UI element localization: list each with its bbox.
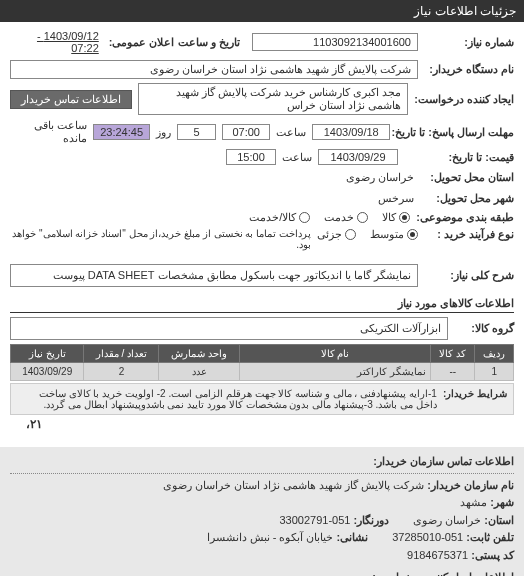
cell-unit: عدد bbox=[159, 363, 240, 381]
contact-postal-label: کد پستی: bbox=[471, 549, 514, 561]
until-label: قیمت: تا تاریخ: bbox=[404, 151, 514, 164]
radio-goods-circle bbox=[399, 212, 410, 223]
process-label: نوع فرآیند خرید : bbox=[424, 228, 514, 241]
contact-org: شرکت پالایش گاز شهید هاشمی نژاد استان خر… bbox=[163, 479, 424, 491]
page-number-value: ،۲۱ bbox=[16, 417, 52, 431]
radio-service[interactable]: خدمت bbox=[324, 211, 368, 224]
cell-qty: 2 bbox=[84, 363, 159, 381]
contact-province-label: استان: bbox=[484, 514, 514, 526]
radio-partial-label: جزئی bbox=[317, 228, 342, 241]
th-code: کد کالا bbox=[431, 345, 475, 363]
contact-postal-row: کد پستی: 9184675371 bbox=[10, 547, 514, 565]
contact-phone-address-row: تلفن ثابت: 051-37285010 نشانی: خیابان آب… bbox=[10, 529, 514, 547]
cell-date: 1403/09/29 bbox=[11, 363, 84, 381]
conditions-text: 1-ارایه پیشنهادفنی ، مالی و شناسه کالا ج… bbox=[17, 388, 437, 410]
contact-address-label: نشانی: bbox=[337, 531, 369, 543]
until-date: 1403/09/29 bbox=[318, 149, 398, 165]
row-group: گروه کالا: ابزارآلات الکتریکی bbox=[10, 317, 514, 340]
goods-table: ردیف کد کالا نام کالا واحد شمارش تعداد /… bbox=[10, 344, 514, 381]
keyword-label: شرح کلی نیاز: bbox=[424, 269, 514, 282]
remaining-label: ساعت باقی مانده bbox=[10, 119, 87, 145]
row-until: قیمت: تا تاریخ: 1403/09/29 ساعت 15:00 bbox=[10, 149, 514, 165]
buyer-org-value: شرکت پالایش گاز شهید هاشمی نژاد استان خر… bbox=[10, 60, 418, 79]
radio-partial-circle bbox=[345, 229, 356, 240]
contact-section-title: اطلاعات تماس سازمان خریدار: bbox=[10, 453, 514, 474]
announce-label: تاریخ و ساعت اعلان عمومی: bbox=[109, 36, 240, 49]
conditions-row: شرایط خریدار: 1-ارایه پیشنهادفنی ، مالی … bbox=[10, 383, 514, 415]
day-word: روز bbox=[156, 126, 171, 139]
process-note: پرداخت تماما به نخستی از مبلغ خرید،از مح… bbox=[10, 228, 311, 250]
process-radio-group: متوسط جزئی bbox=[317, 228, 418, 241]
page-title: جزئیات اطلاعات نیاز bbox=[414, 4, 516, 18]
contact-phone: 051-37285010 bbox=[392, 531, 463, 543]
page-header: جزئیات اطلاعات نیاز bbox=[0, 0, 524, 22]
contact-postal: 9184675371 bbox=[407, 549, 468, 561]
buyer-org-label: نام دستگاه خریدار: bbox=[424, 63, 514, 76]
time-label-1: ساعت bbox=[276, 126, 306, 139]
radio-both-label: کالا/خدمت bbox=[249, 211, 296, 224]
contact-province: خراسان رضوی bbox=[413, 514, 481, 526]
until-time: 15:00 bbox=[226, 149, 276, 165]
table-header-row: ردیف کد کالا نام کالا واحد شمارش تعداد /… bbox=[11, 345, 514, 363]
request-no-label: شماره نیاز: bbox=[424, 36, 514, 49]
cell-name: نمایشگر کاراکتر bbox=[239, 363, 430, 381]
contact-org-row: نام سازمان خریدار: شرکت پالایش گاز شهید … bbox=[10, 477, 514, 495]
deadline-days: 5 bbox=[177, 124, 216, 140]
contact-phone-label: تلفن ثابت: bbox=[466, 531, 514, 543]
radio-medium-circle bbox=[407, 229, 418, 240]
time-remaining: 23:24:45 bbox=[93, 124, 150, 140]
row-province: استان محل تحویل: خراسان رضوی bbox=[10, 169, 514, 186]
th-unit: واحد شمارش bbox=[159, 345, 240, 363]
row-process: نوع فرآیند خرید : متوسط جزئی پرداخت تمام… bbox=[10, 228, 514, 250]
contact-fax: 051-33002791 bbox=[279, 514, 350, 526]
radio-medium-label: متوسط bbox=[370, 228, 404, 241]
contact-fax-label: دورنگار: bbox=[354, 514, 390, 526]
request-no-value: 1103092134001600 bbox=[252, 33, 418, 51]
contact-province-fax-row: استان: خراسان رضوی دورنگار: 051-33002791 bbox=[10, 512, 514, 530]
creator-label: ایجاد کننده درخواست: bbox=[414, 93, 514, 106]
radio-service-label: خدمت bbox=[324, 211, 354, 224]
row-creator: ایجاد کننده درخواست: مجد اکبری کارشناس خ… bbox=[10, 83, 514, 115]
radio-goods-label: کالا bbox=[382, 211, 396, 224]
deadline-time: 07:00 bbox=[222, 124, 271, 140]
row-buyer-org: نام دستگاه خریدار: شرکت پالایش گاز شهید … bbox=[10, 60, 514, 79]
keyword-value: نمایشگر گاما یا اندیکاتور جهت باسکول مطا… bbox=[10, 264, 418, 287]
announce-value: 1403/09/12 - 07:22 bbox=[10, 28, 103, 56]
table-row: 1 -- نمایشگر کاراکتر عدد 2 1403/09/29 bbox=[11, 363, 514, 381]
radio-goods[interactable]: کالا bbox=[382, 211, 410, 224]
deadline-label: مهلت ارسال پاسخ: تا تاریخ: bbox=[396, 126, 514, 139]
radio-medium[interactable]: متوسط bbox=[370, 228, 418, 241]
conditions-label: شرایط خریدار: bbox=[443, 388, 507, 399]
radio-both-circle bbox=[299, 212, 310, 223]
delivery-province-label: استان محل تحویل: bbox=[424, 171, 514, 184]
row-city: شهر محل تحویل: سرخس bbox=[10, 190, 514, 207]
delivery-city-label: شهر محل تحویل: bbox=[424, 192, 514, 205]
contact-buyer-button[interactable]: اطلاعات تماس خریدار bbox=[10, 90, 132, 109]
th-row: ردیف bbox=[475, 345, 514, 363]
th-date: تاریخ نیاز bbox=[11, 345, 84, 363]
radio-partial[interactable]: جزئی bbox=[317, 228, 356, 241]
cell-row: 1 bbox=[475, 363, 514, 381]
cell-code: -- bbox=[431, 363, 475, 381]
category-label: طبقه بندی موضوعی: bbox=[416, 211, 514, 224]
radio-both[interactable]: کالا/خدمت bbox=[249, 211, 310, 224]
row-request-no: شماره نیاز: 1103092134001600 تاریخ و ساع… bbox=[10, 28, 514, 56]
contact-address: خیابان آبکوه - نبش دانشسرا bbox=[207, 531, 334, 543]
contact-section2-title: اطلاعات ایجاد کننده درخواست: bbox=[10, 569, 514, 576]
delivery-province: خراسان رضوی bbox=[342, 169, 418, 186]
th-name: نام کالا bbox=[239, 345, 430, 363]
page-number: ،۲۱ bbox=[10, 415, 514, 433]
row-deadline: مهلت ارسال پاسخ: تا تاریخ: 1403/09/18 سا… bbox=[10, 119, 514, 145]
category-radio-group: کالا خدمت کالا/خدمت bbox=[249, 211, 410, 224]
time-label-2: ساعت bbox=[282, 151, 312, 164]
contact-city-row: شهر: مشهد bbox=[10, 494, 514, 512]
contact-city: مشهد bbox=[460, 496, 487, 508]
row-category: طبقه بندی موضوعی: کالا خدمت کالا/خدمت bbox=[10, 211, 514, 224]
contact-org-label: نام سازمان خریدار: bbox=[427, 479, 514, 491]
group-label: گروه کالا: bbox=[454, 322, 514, 335]
radio-service-circle bbox=[357, 212, 368, 223]
goods-section-title: اطلاعات کالاهای مورد نیاز bbox=[10, 293, 514, 313]
creator-value: مجد اکبری کارشناس خرید شرکت پالایش گاز ش… bbox=[138, 83, 408, 115]
th-qty: تعداد / مقدار bbox=[84, 345, 159, 363]
delivery-city: سرخس bbox=[374, 190, 418, 207]
